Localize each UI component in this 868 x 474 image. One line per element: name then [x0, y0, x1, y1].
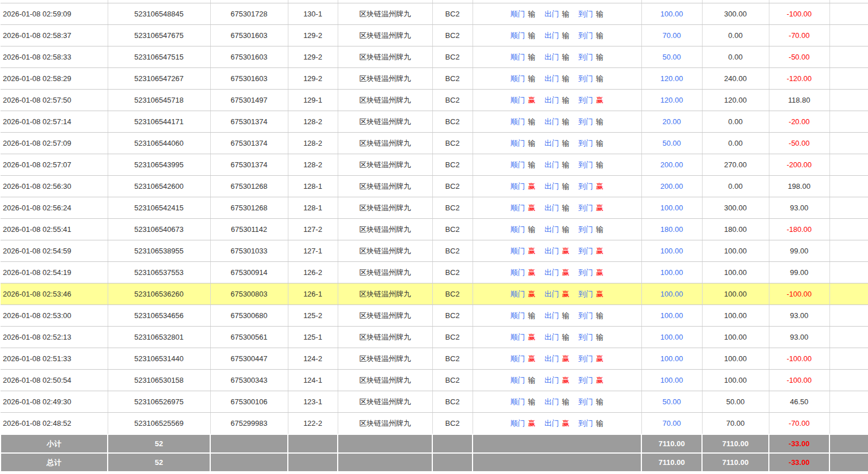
table-row[interactable]: 2026-01-08 02:53:46523106536260675300803… [1, 283, 868, 305]
gate-link[interactable]: 出门 [544, 31, 559, 40]
table-row[interactable]: 2026-01-08 02:59:09523106548845675301728… [1, 3, 868, 25]
gate-link[interactable]: 顺门 [510, 376, 525, 384]
bet-amount-link[interactable]: 50.00 [662, 397, 681, 406]
bet-amount-link[interactable]: 120.00 [661, 74, 683, 83]
table-row[interactable]: 2026-01-08 02:54:19523106537553675300914… [1, 262, 868, 283]
gate-link[interactable]: 顺门 [510, 397, 525, 406]
table-row[interactable]: 2026-01-08 02:51:33523106531440675300447… [1, 348, 868, 370]
bet-amount-link[interactable]: 70.00 [662, 31, 681, 40]
table-row[interactable]: 2026-01-08 02:55:41523106540673675301142… [1, 219, 868, 240]
gate-link[interactable]: 出门 [544, 204, 559, 212]
table-row[interactable]: 2026-01-08 02:57:14523106544171675301374… [1, 111, 868, 133]
gate-link[interactable]: 到门 [578, 182, 593, 191]
gate-link[interactable]: 出门 [544, 10, 559, 18]
gate-link[interactable]: 顺门 [510, 160, 525, 169]
gate-link[interactable]: 出门 [544, 53, 559, 61]
gate-link[interactable]: 顺门 [510, 53, 525, 61]
bet-amount-link[interactable]: 100.00 [661, 290, 683, 298]
gate-link[interactable]: 到门 [578, 53, 593, 61]
bet-amount-link[interactable]: 50.00 [662, 139, 681, 147]
table-row[interactable]: 2026-01-08 02:54:59523106538955675301033… [1, 240, 868, 262]
table-row[interactable]: 2026-01-08 02:53:00523106534656675300680… [1, 305, 868, 327]
gate-link[interactable]: 出门 [544, 247, 559, 255]
bet-amount-link[interactable]: 100.00 [661, 268, 683, 277]
gate-link[interactable]: 到门 [578, 247, 593, 255]
gate-link[interactable]: 出门 [544, 139, 559, 147]
bet-amount-link[interactable]: 100.00 [661, 354, 683, 363]
table-row[interactable]: 2026-01-08 02:57:09523106544060675301374… [1, 133, 868, 154]
bet-amount-link[interactable]: 200.00 [661, 160, 683, 169]
table-row[interactable]: 2026-01-08 02:58:33523106547515675301603… [1, 46, 868, 68]
bet-amount-link[interactable]: 20.00 [662, 117, 681, 126]
gate-link[interactable]: 到门 [578, 31, 593, 40]
gate-link[interactable]: 出门 [544, 268, 559, 277]
gate-link[interactable]: 到门 [578, 419, 593, 428]
table-row[interactable]: 2026-01-08 02:56:30523106542600675301268… [1, 176, 868, 197]
table-row[interactable]: 2026-01-08 02:57:07523106543995675301374… [1, 154, 868, 176]
gate-link[interactable]: 到门 [578, 74, 593, 83]
gate-link[interactable]: 顺门 [510, 268, 525, 277]
gate-link[interactable]: 出门 [544, 354, 559, 363]
gate-link[interactable]: 顺门 [510, 117, 525, 126]
gate-link[interactable]: 出门 [544, 117, 559, 126]
gate-link[interactable]: 顺门 [510, 31, 525, 40]
gate-link[interactable]: 顺门 [510, 225, 525, 234]
gate-link[interactable]: 出门 [544, 311, 559, 320]
gate-link[interactable]: 顺门 [510, 311, 525, 320]
table-row[interactable]: 2026-01-08 02:50:54523106530158675300343… [1, 370, 868, 391]
bet-amount-link[interactable]: 180.00 [661, 225, 683, 234]
gate-link[interactable]: 到门 [578, 311, 593, 320]
gate-link[interactable]: 到门 [578, 204, 593, 212]
bet-amount-link[interactable]: 100.00 [661, 247, 683, 255]
gate-link[interactable]: 出门 [544, 160, 559, 169]
gate-link[interactable]: 到门 [578, 397, 593, 406]
gate-link[interactable]: 到门 [578, 225, 593, 234]
bet-amount-link[interactable]: 70.00 [662, 419, 681, 428]
bet-amount-link[interactable]: 100.00 [661, 376, 683, 384]
gate-link[interactable]: 出门 [544, 96, 559, 104]
bet-amount-link[interactable]: 100.00 [661, 311, 683, 320]
gate-link[interactable]: 到门 [578, 117, 593, 126]
bet-amount-link[interactable]: 200.00 [661, 182, 683, 191]
gate-link[interactable]: 出门 [544, 225, 559, 234]
gate-link[interactable]: 顺门 [510, 74, 525, 83]
gate-link[interactable]: 到门 [578, 376, 593, 384]
gate-link[interactable]: 出门 [544, 74, 559, 83]
gate-link[interactable]: 到门 [578, 268, 593, 277]
gate-link[interactable]: 顺门 [510, 204, 525, 212]
gate-link[interactable]: 顺门 [510, 182, 525, 191]
gate-link[interactable]: 顺门 [510, 354, 525, 363]
bet-amount-link[interactable]: 120.00 [661, 96, 683, 104]
gate-link[interactable]: 顺门 [510, 419, 525, 428]
gate-link[interactable]: 顺门 [510, 139, 525, 147]
gate-link[interactable]: 出门 [544, 397, 559, 406]
gate-link[interactable]: 出门 [544, 333, 559, 341]
gate-link[interactable]: 顺门 [510, 247, 525, 255]
table-row[interactable]: 2026-01-08 02:56:24523106542415675301268… [1, 197, 868, 219]
gate-link[interactable]: 顺门 [510, 96, 525, 104]
table-row[interactable]: 2026-01-08 02:52:13523106532801675300561… [1, 327, 868, 348]
gate-link[interactable]: 到门 [578, 333, 593, 341]
gate-link[interactable]: 出门 [544, 419, 559, 428]
bet-amount-link[interactable]: 50.00 [662, 53, 681, 61]
bet-amount-link[interactable]: 100.00 [661, 204, 683, 212]
table-row[interactable]: 2026-01-08 02:49:30523106526975675300106… [1, 391, 868, 413]
gate-link[interactable]: 到门 [578, 10, 593, 18]
gate-link[interactable]: 出门 [544, 182, 559, 191]
gate-link[interactable]: 到门 [578, 354, 593, 363]
gate-link[interactable]: 到门 [578, 96, 593, 104]
bet-amount-link[interactable]: 100.00 [661, 333, 683, 341]
gate-link[interactable]: 出门 [544, 376, 559, 384]
bet-amount-link[interactable]: 100.00 [661, 10, 683, 18]
table-row[interactable]: 2026-01-08 02:58:29523106547267675301603… [1, 68, 868, 90]
table-row[interactable]: 2026-01-08 02:57:50523106545718675301497… [1, 90, 868, 111]
table-row[interactable]: 2026-01-08 02:48:52523106525569675299983… [1, 413, 868, 435]
gate-link[interactable]: 顺门 [510, 333, 525, 341]
gate-link[interactable]: 出门 [544, 290, 559, 298]
gate-link[interactable]: 到门 [578, 290, 593, 298]
gate-link[interactable]: 顺门 [510, 290, 525, 298]
gate-link[interactable]: 顺门 [510, 10, 525, 18]
gate-link[interactable]: 到门 [578, 160, 593, 169]
table-row[interactable]: 2026-01-08 02:58:37523106547675675301603… [1, 25, 868, 46]
gate-link[interactable]: 到门 [578, 139, 593, 147]
